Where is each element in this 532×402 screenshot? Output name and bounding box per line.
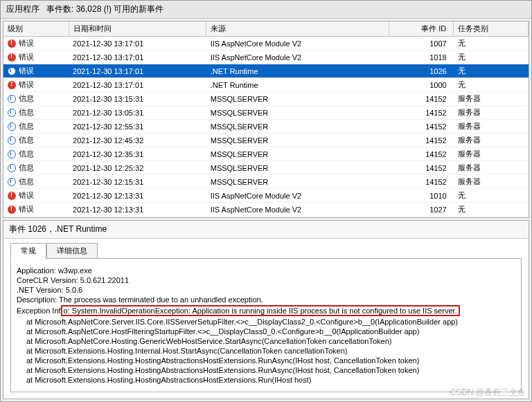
stack-line: at Microsoft.Extensions.Hosting.HostingA… — [17, 365, 515, 375]
cell-source: IIS AspNetCore Module V2 — [206, 51, 389, 64]
stack-line: at Microsoft.Extensions.Hosting.Internal… — [17, 346, 515, 356]
cell-category: 无 — [454, 64, 529, 78]
detail-line: CoreCLR Version: 5.0.621.22011 — [17, 275, 515, 285]
cell-datetime: 2021-12-30 13:17:01 — [69, 78, 206, 92]
table-row[interactable]: 错误2021-12-30 13:17:01.NET Runtime1000无 — [3, 78, 529, 92]
cell-datetime: 2021-12-30 13:17:01 — [69, 37, 206, 51]
col-source[interactable]: 来源 — [206, 21, 389, 37]
cell-event-id: 1010 — [389, 189, 453, 203]
table-row[interactable]: 错误2021-12-30 12:13:31IIS AspNetCore Modu… — [3, 203, 529, 217]
cell-source: MSSQLSERVER — [206, 147, 389, 161]
info-icon — [8, 164, 16, 172]
cell-category: 无 — [454, 189, 529, 203]
cell-source: MSSQLSERVER — [206, 106, 389, 120]
cell-category: 服务器 — [454, 147, 529, 161]
cell-category: 无 — [454, 37, 529, 51]
cell-event-id: 14152 — [389, 175, 453, 189]
cell-event-id: 1027 — [389, 203, 453, 217]
level-text: 信息 — [19, 108, 34, 116]
stack-line: at Microsoft.AspNetCore.Server.IIS.Core.… — [17, 317, 515, 327]
info-icon — [8, 122, 16, 131]
error-icon — [8, 192, 16, 200]
cell-event-id: 1000 — [389, 78, 453, 92]
info-icon — [8, 67, 16, 75]
cell-category: 服务器 — [454, 92, 529, 106]
tab-details[interactable]: 详细信息 — [46, 243, 98, 259]
cell-source: .NET Runtime — [206, 64, 389, 78]
tab-body-general[interactable]: Application: w3wp.exeCoreCLR Version: 5.… — [10, 258, 522, 392]
error-icon — [8, 81, 16, 89]
detail-tabs: 常规 详细信息 — [10, 243, 529, 259]
col-level[interactable]: 级别 — [3, 21, 69, 37]
table-row[interactable]: 信息2021-12-30 12:25:32MSSQLSERVER14152服务器 — [3, 161, 529, 175]
table-row[interactable]: 信息2021-12-30 12:55:31MSSQLSERVER14152服务器 — [3, 120, 529, 134]
level-text: 错误 — [19, 66, 34, 75]
table-row[interactable]: 错误2021-12-30 12:13:31.NET Runtime1027无 — [3, 217, 529, 219]
cell-datetime: 2021-12-30 12:13:31 — [69, 203, 206, 217]
level-text: 信息 — [19, 163, 34, 172]
info-icon — [8, 95, 16, 103]
error-icon — [8, 39, 16, 48]
cell-source: IIS AspNetCore Module V2 — [206, 37, 389, 51]
cell-event-id: 14152 — [389, 161, 453, 175]
level-text: 错误 — [19, 205, 34, 213]
table-row[interactable]: 信息2021-12-30 12:15:31MSSQLSERVER14152服务器 — [3, 175, 529, 189]
cell-datetime: 2021-12-30 13:15:31 — [69, 92, 206, 106]
col-datetime[interactable]: 日期和时间 — [69, 21, 206, 37]
col-event-id[interactable]: 事件 ID — [389, 21, 453, 37]
level-text: 错误 — [19, 39, 34, 47]
stack-line: at Microsoft.Extensions.Hosting.HostingA… — [17, 375, 515, 385]
info-icon — [8, 109, 16, 117]
cell-source: MSSQLSERVER — [206, 175, 389, 189]
info-icon — [8, 178, 16, 186]
cell-category: 服务器 — [454, 134, 529, 147]
level-text: 信息 — [19, 149, 34, 158]
detail-line: Description: The process was terminated … — [17, 295, 515, 304]
col-category[interactable]: 任务类别 — [454, 21, 529, 37]
table-row[interactable]: 信息2021-12-30 13:05:31MSSQLSERVER14152服务器 — [3, 106, 529, 120]
stack-line: at Microsoft.AspNetCore.Hosting.GenericW… — [17, 336, 515, 346]
event-table: 级别 日期和时间 来源 事件 ID 任务类别 错误2021-12-30 13:1… — [3, 21, 529, 218]
table-row[interactable]: 错误2021-12-30 13:17:01IIS AspNetCore Modu… — [3, 37, 529, 51]
cell-event-id: 1027 — [389, 217, 453, 219]
cell-event-id: 14152 — [389, 120, 453, 134]
cell-category: 服务器 — [454, 106, 529, 120]
level-text: 错误 — [19, 53, 34, 61]
event-list-pane[interactable]: 级别 日期和时间 来源 事件 ID 任务类别 错误2021-12-30 13:1… — [3, 21, 529, 218]
table-row[interactable]: 错误2021-12-30 13:17:01.NET Runtime1026无 — [3, 64, 529, 78]
cell-datetime: 2021-12-30 12:15:31 — [69, 175, 206, 189]
cell-source: MSSQLSERVER — [206, 134, 389, 147]
stack-line: at Microsoft.AspNetCore.HostFilteringSta… — [17, 327, 515, 336]
level-text: 信息 — [19, 136, 34, 144]
cell-event-id: 1018 — [389, 51, 453, 64]
cell-source: .NET Runtime — [206, 78, 389, 92]
level-text: 错误 — [19, 191, 34, 199]
watermark: CSDN @香煎三文鱼 — [450, 387, 526, 399]
cell-event-id: 14152 — [389, 92, 453, 106]
cell-category: 服务器 — [454, 120, 529, 134]
cell-event-id: 1026 — [389, 64, 453, 78]
cell-datetime: 2021-12-30 12:45:32 — [69, 134, 206, 147]
error-icon — [8, 205, 16, 214]
cell-event-id: 14152 — [389, 106, 453, 120]
table-row[interactable]: 错误2021-12-30 12:13:31IIS AspNetCore Modu… — [3, 189, 529, 203]
table-row[interactable]: 信息2021-12-30 13:15:31MSSQLSERVER14152服务器 — [3, 92, 529, 106]
cell-category: 无 — [454, 217, 529, 219]
stack-line: at Microsoft.Extensions.Hosting.HostingA… — [17, 356, 515, 365]
cell-datetime: 2021-12-30 13:05:31 — [69, 106, 206, 120]
detail-line: .NET Version: 5.0.6 — [17, 285, 515, 295]
table-row[interactable]: 信息2021-12-30 12:45:32MSSQLSERVER14152服务器 — [3, 134, 529, 147]
cell-category: 无 — [454, 78, 529, 92]
cell-datetime: 2021-12-30 12:55:31 — [69, 120, 206, 134]
level-text: 信息 — [19, 122, 34, 130]
level-text: 信息 — [19, 177, 34, 185]
cell-category: 无 — [454, 51, 529, 64]
level-text: 错误 — [19, 80, 34, 89]
cell-category: 服务器 — [454, 175, 529, 189]
cell-event-id: 14152 — [389, 134, 453, 147]
event-count: 事件数: 36,028 (!) 可用的新事件 — [46, 3, 163, 15]
table-row[interactable]: 信息2021-12-30 12:35:31MSSQLSERVER14152服务器 — [3, 147, 529, 161]
error-icon — [8, 53, 16, 62]
table-row[interactable]: 错误2021-12-30 13:17:01IIS AspNetCore Modu… — [3, 51, 529, 64]
tab-general[interactable]: 常规 — [10, 243, 46, 259]
